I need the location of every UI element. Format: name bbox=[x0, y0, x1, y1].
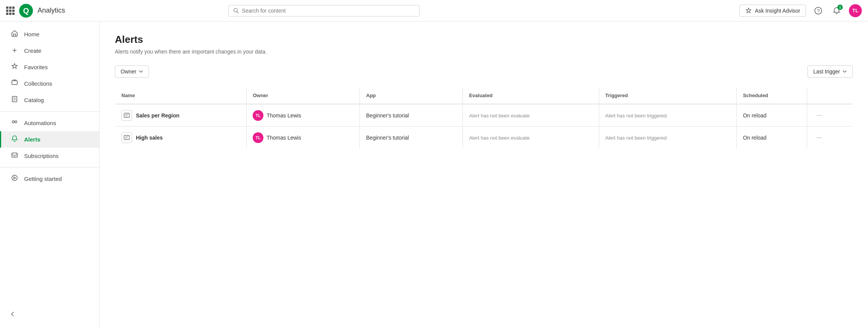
sidebar-item-catalog[interactable]: Catalog bbox=[0, 92, 99, 108]
alert-triggered-cell-1: Alert has not been triggered bbox=[599, 127, 737, 149]
sidebar-item-subscriptions-label: Subscriptions bbox=[24, 153, 59, 159]
owner-filter-label: Owner bbox=[121, 68, 136, 75]
table-row: High sales TL Thomas Lewis Beginner's tu… bbox=[115, 127, 853, 149]
toolbar-row: Owner Last trigger bbox=[115, 65, 853, 78]
alerts-table: Name Owner App Evaluated Triggered Sched… bbox=[115, 87, 853, 149]
grid-menu-icon[interactable] bbox=[6, 7, 15, 15]
sidebar-divider-1 bbox=[0, 111, 99, 112]
alert-evaluated-cell-0: Alert has not been evaluate bbox=[463, 104, 599, 127]
sidebar-item-automations[interactable]: Automations bbox=[0, 115, 99, 131]
sidebar-divider-2 bbox=[0, 167, 99, 168]
getting-started-icon bbox=[10, 174, 19, 183]
sidebar-item-collections[interactable]: Collections bbox=[0, 75, 99, 92]
chevron-down-icon bbox=[139, 69, 143, 74]
alert-scheduled-cell-1: On reload bbox=[737, 127, 807, 149]
svg-point-9 bbox=[12, 175, 17, 181]
qlik-q-icon: Q bbox=[19, 4, 33, 18]
alert-owner-cell-0: TL Thomas Lewis bbox=[247, 104, 360, 127]
home-icon bbox=[10, 30, 19, 39]
app-name: Analytics bbox=[38, 7, 65, 15]
sidebar-item-automations-label: Automations bbox=[24, 120, 56, 126]
sidebar-item-subscriptions[interactable]: Subscriptions bbox=[0, 148, 99, 164]
col-actions bbox=[807, 87, 852, 104]
alert-owner-cell-1: TL Thomas Lewis bbox=[247, 127, 360, 149]
owner-filter-button[interactable]: Owner bbox=[115, 65, 149, 78]
collapse-button[interactable] bbox=[0, 307, 99, 322]
automations-icon bbox=[10, 119, 19, 127]
svg-rect-8 bbox=[12, 153, 17, 157]
sidebar-item-alerts-label: Alerts bbox=[24, 136, 41, 143]
sidebar-item-alerts[interactable]: Alerts bbox=[0, 131, 99, 148]
create-icon: + bbox=[10, 46, 19, 55]
sidebar: Home + Create Favorites Collections Cata… bbox=[0, 21, 100, 327]
collapse-icon bbox=[9, 311, 16, 319]
search-icon bbox=[233, 8, 239, 14]
insight-advisor-label: Ask Insight Advisor bbox=[755, 8, 800, 14]
last-trigger-button[interactable]: Last trigger bbox=[808, 65, 853, 78]
owner-avatar-0: TL bbox=[253, 110, 263, 121]
catalog-icon bbox=[10, 96, 19, 104]
help-icon: ? bbox=[814, 7, 822, 15]
notifications-button[interactable]: 1 bbox=[830, 5, 843, 17]
alert-name-cell-0: Sales per Region bbox=[115, 104, 247, 127]
topbar-left: Q Analytics bbox=[6, 4, 65, 18]
table-row: Sales per Region TL Thomas Lewis Beginne… bbox=[115, 104, 853, 127]
col-scheduled: Scheduled bbox=[737, 87, 807, 104]
table-header-row: Name Owner App Evaluated Triggered Sched… bbox=[115, 87, 853, 104]
alerts-icon bbox=[10, 135, 19, 144]
subscriptions-icon bbox=[10, 151, 19, 160]
search-bar[interactable] bbox=[228, 5, 420, 16]
sidebar-bottom bbox=[0, 307, 99, 322]
search-input[interactable] bbox=[242, 8, 415, 14]
alert-app-cell-1: Beginner's tutorial bbox=[360, 127, 463, 149]
sidebar-item-collections-label: Collections bbox=[24, 80, 52, 87]
alert-name-1[interactable]: High sales bbox=[136, 135, 163, 141]
owner-name-1: Thomas Lewis bbox=[266, 135, 301, 141]
alert-icon-1 bbox=[121, 132, 132, 143]
user-avatar[interactable]: TL bbox=[849, 4, 862, 17]
svg-line-1 bbox=[237, 11, 239, 13]
svg-rect-11 bbox=[124, 135, 129, 140]
page-subtitle: Alerts notify you when there are importa… bbox=[115, 49, 853, 55]
help-button[interactable]: ? bbox=[812, 5, 824, 17]
main-content: Alerts Alerts notify you when there are … bbox=[100, 21, 868, 327]
alert-scheduled-cell-0: On reload bbox=[737, 104, 807, 127]
svg-text:?: ? bbox=[817, 8, 819, 14]
sidebar-item-create-label: Create bbox=[24, 47, 41, 54]
col-owner: Owner bbox=[247, 87, 360, 104]
alert-triggered-cell-0: Alert has not been triggered bbox=[599, 104, 737, 127]
qlik-logo: Q bbox=[19, 4, 33, 18]
topbar: Q Analytics Ask Insight Advisor ? bbox=[0, 0, 868, 21]
page-title: Alerts bbox=[115, 34, 853, 46]
col-name: Name bbox=[115, 87, 247, 104]
notification-badge: 1 bbox=[837, 5, 843, 10]
sidebar-item-favorites[interactable]: Favorites bbox=[0, 59, 99, 75]
more-options-button-1[interactable]: ··· bbox=[813, 132, 825, 143]
insight-advisor-button[interactable]: Ask Insight Advisor bbox=[739, 5, 806, 17]
sidebar-item-getting-started[interactable]: Getting started bbox=[0, 171, 99, 187]
topbar-right: Ask Insight Advisor ? 1 TL bbox=[739, 4, 862, 17]
svg-rect-10 bbox=[124, 113, 129, 117]
svg-rect-6 bbox=[12, 121, 14, 123]
favorites-icon bbox=[10, 63, 19, 72]
col-triggered: Triggered bbox=[599, 87, 737, 104]
alert-icon-0 bbox=[121, 110, 132, 121]
svg-rect-4 bbox=[12, 81, 17, 85]
insight-advisor-icon bbox=[745, 7, 752, 14]
alert-actions-cell-1: ··· bbox=[807, 127, 852, 149]
sidebar-item-create[interactable]: + Create bbox=[0, 42, 99, 59]
chevron-down-icon-2 bbox=[842, 69, 847, 74]
alert-name-0[interactable]: Sales per Region bbox=[136, 112, 180, 119]
svg-rect-7 bbox=[15, 121, 17, 123]
collections-icon bbox=[10, 79, 19, 88]
owner-name-0: Thomas Lewis bbox=[266, 112, 301, 119]
alert-evaluated-cell-1: Alert has not been evaluate bbox=[463, 127, 599, 149]
sidebar-item-getting-started-label: Getting started bbox=[24, 176, 62, 182]
alert-name-cell-1: High sales bbox=[115, 127, 247, 149]
owner-avatar-1: TL bbox=[253, 132, 263, 143]
more-options-button-0[interactable]: ··· bbox=[813, 110, 825, 121]
col-app: App bbox=[360, 87, 463, 104]
main-layout: Home + Create Favorites Collections Cata… bbox=[0, 21, 868, 327]
sidebar-item-home[interactable]: Home bbox=[0, 26, 99, 42]
last-trigger-label: Last trigger bbox=[813, 68, 840, 75]
